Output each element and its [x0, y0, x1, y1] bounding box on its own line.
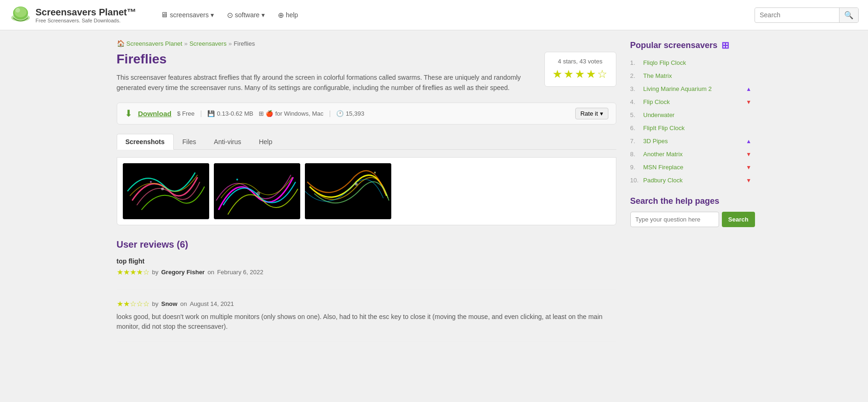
popular-icon: ⊞ [721, 40, 729, 51]
trend-down-9: ▼ [746, 164, 752, 171]
product-description: This screensaver features abstract firef… [117, 72, 616, 93]
header-search: 🔍 [755, 7, 859, 23]
windows-icon: ⊞ [259, 110, 264, 117]
reviews-title: User reviews (6) [117, 239, 616, 250]
popular-link-5[interactable]: Underwater [643, 111, 752, 118]
download-icon: ⬇ [125, 108, 133, 119]
popular-link-7[interactable]: 3D Pipes [643, 138, 742, 145]
popular-title: Popular screensavers ⊞ [630, 40, 752, 51]
screenshots-panel [117, 157, 616, 225]
logo-text: Screensavers Planet™ Free Screensavers. … [35, 7, 136, 23]
popular-item-6: 6. FlipIt Flip Clock [630, 122, 752, 135]
screenshot-2[interactable] [214, 163, 300, 219]
review-1-stars: ★★★★☆ [117, 268, 149, 277]
review-on-1: on [207, 269, 214, 276]
svg-point-8 [256, 192, 260, 195]
chevron-rate: ▾ [600, 110, 603, 117]
review-2-meta: ★★☆☆☆ by Snow on August 14, 2021 [117, 299, 616, 308]
help-search-title: Search the help pages [630, 196, 752, 206]
svg-point-12 [374, 172, 376, 173]
popular-link-2[interactable]: The Matrix [643, 72, 752, 79]
rate-button[interactable]: Rate it ▾ [575, 108, 608, 119]
popular-item-2: 2. The Matrix [630, 69, 752, 83]
help-search-input[interactable] [630, 212, 719, 227]
content-area: 🏠 Screensavers Planet » Screensavers » F… [117, 40, 616, 351]
popular-link-8[interactable]: Another Matrix [643, 151, 742, 158]
tab-help[interactable]: Help [250, 134, 281, 149]
clock-icon: 🕐 [336, 110, 344, 117]
rating-label: 4 stars, 43 votes [552, 58, 608, 65]
popular-list: 1. Fliqlo Flip Clock 2. The Matrix 3. Li… [630, 56, 752, 187]
logo-icon [9, 4, 32, 26]
download-link[interactable]: Download [138, 110, 172, 118]
popular-item-8: 8. Another Matrix ▼ [630, 148, 752, 161]
review-1-heading: top flight [117, 257, 616, 265]
popular-item-5: 5. Underwater [630, 109, 752, 122]
popular-link-6[interactable]: FlipIt Flip Clock [643, 125, 752, 132]
stars-display: ★★★★☆ [552, 68, 608, 81]
title-section: 4 stars, 43 votes ★★★★☆ Fireflies This s… [117, 52, 616, 103]
breadcrumb: 🏠 Screensavers Planet » Screensavers » F… [117, 40, 616, 47]
download-bar: ⬇ Download $ Free | 💾 0.13-0.62 MB ⊞ 🍎 f… [117, 103, 616, 125]
monitor-icon: 🖥 [161, 11, 168, 19]
popular-item-1: 1. Fliqlo Flip Clock [630, 56, 752, 69]
popular-link-4[interactable]: Flip Clock [643, 98, 742, 105]
breadcrumb-screensavers[interactable]: Screensavers [190, 40, 226, 47]
search-button[interactable]: 🔍 [839, 8, 858, 22]
breadcrumb-home[interactable]: Screensavers Planet [127, 40, 183, 47]
popular-link-9[interactable]: MSN Fireplace [643, 164, 742, 171]
svg-point-9 [236, 179, 238, 180]
breadcrumb-sep-2: » [228, 40, 232, 47]
size-value: 0.13-0.62 MB [217, 110, 253, 117]
logo[interactable]: Screensavers Planet™ Free Screensavers. … [9, 4, 136, 26]
screenshot-img-1 [123, 163, 209, 219]
chevron-down-icon-2: ▾ [261, 11, 265, 19]
popular-link-10[interactable]: Padbury Clock [643, 177, 742, 184]
popular-num-7: 7. [630, 138, 640, 145]
nav-screensavers[interactable]: 🖥 screensavers ▾ [155, 8, 219, 22]
nav-help[interactable]: ⊕ help [272, 8, 303, 22]
popular-title-text: Popular screensavers [630, 41, 718, 50]
screenshot-3[interactable] [305, 163, 391, 219]
popular-item-7: 7. 3D Pipes ▲ [630, 135, 752, 148]
nav-software-label: software [235, 11, 260, 19]
nav-software[interactable]: ⊙ software ▾ [221, 8, 270, 22]
popular-num-9: 9. [630, 164, 640, 171]
svg-point-6 [150, 181, 152, 183]
popular-link-3[interactable]: Living Marine Aquarium 2 [643, 85, 742, 92]
rate-label: Rate it [580, 110, 598, 117]
popular-item-10: 10. Padbury Clock ▼ [630, 174, 752, 187]
breadcrumb-sep-1: » [184, 40, 187, 47]
tab-antivirus[interactable]: Anti-virus [205, 134, 250, 149]
meta-separator-2: | [329, 110, 331, 117]
price-meta: $ Free [177, 110, 195, 117]
trend-down-8: ▼ [746, 151, 752, 158]
platform-value: for Windows, Mac [275, 110, 323, 117]
tab-screenshots[interactable]: Screenshots [117, 134, 174, 150]
help-search-area: Search [630, 212, 752, 227]
review-2-date: August 14, 2021 [190, 300, 234, 307]
help-icon: ⊕ [278, 11, 284, 20]
downloads-meta: 🕐 15,393 [336, 110, 364, 117]
search-input[interactable] [755, 8, 839, 21]
platform-meta: ⊞ 🍎 for Windows, Mac [259, 110, 323, 117]
meta-separator-1: | [200, 110, 202, 117]
logo-title: Screensavers Planet™ [35, 7, 136, 18]
disk-icon: 💾 [207, 110, 215, 117]
svg-point-5 [161, 187, 164, 190]
popular-num-2: 2. [630, 72, 640, 79]
screenshot-1[interactable] [123, 163, 209, 219]
popular-item-4: 4. Flip Clock ▼ [630, 96, 752, 109]
popular-num-8: 8. [630, 151, 640, 158]
screenshot-img-2 [214, 163, 300, 219]
review-1-date: February 6, 2022 [217, 269, 263, 276]
popular-num-5: 5. [630, 111, 640, 118]
price-value: $ Free [177, 110, 195, 117]
tab-files[interactable]: Files [174, 134, 205, 149]
sidebar: Popular screensavers ⊞ 1. Fliqlo Flip Cl… [630, 40, 752, 351]
apple-icon: 🍎 [266, 110, 273, 117]
help-search-button[interactable]: Search [722, 212, 755, 227]
header: Screensavers Planet™ Free Screensavers. … [0, 0, 868, 30]
popular-link-1[interactable]: Fliqlo Flip Clock [643, 59, 752, 66]
trend-down-10: ▼ [746, 177, 752, 184]
